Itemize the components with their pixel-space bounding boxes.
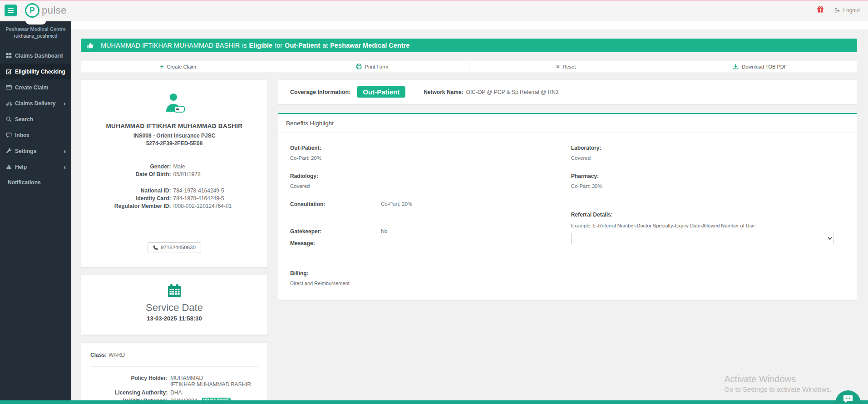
calendar-icon	[167, 284, 182, 298]
referral-select[interactable]	[571, 233, 834, 244]
print-form-button[interactable]: Print Form	[275, 61, 469, 72]
coverage-label: Coverage Information:	[290, 89, 350, 95]
chevron-left-icon: ‹	[64, 100, 66, 107]
network-value: OIC-OP @ PCP & Sp Referral @ RN3	[466, 89, 559, 95]
avatar	[25, 19, 46, 25]
topbar: P pulse Logout	[0, 0, 868, 21]
class-value: WARD	[108, 352, 125, 358]
phone-number: 971524450630	[161, 245, 196, 250]
billing-value: Direct and Reimbursement	[290, 281, 557, 286]
download-icon	[733, 64, 739, 69]
phone-icon	[153, 245, 158, 250]
chat-dots-icon	[843, 394, 853, 404]
benefits-title: Benefits Highlight	[278, 114, 857, 133]
thumbs-up-icon	[87, 42, 94, 49]
reset-button[interactable]: × Reset	[469, 61, 663, 72]
gift-icon[interactable]	[817, 6, 824, 15]
benefit-consultation: Consultation: Co-Part: 20%	[290, 201, 557, 207]
service-date-title: Service Date	[81, 302, 267, 314]
chevron-left-icon: ‹	[64, 148, 66, 155]
sidebar-item-notifications[interactable]: Notifications	[0, 175, 71, 186]
patient-insurer: INS008 - Orient Insurance PJSC	[89, 133, 259, 139]
benefit-out-patient: Out-Patient: Co-Part: 20%	[290, 145, 557, 161]
logo-p-icon: P	[25, 3, 39, 18]
breadcrumb-strip	[71, 21, 868, 30]
banner-eligible: Eligible	[249, 42, 273, 49]
logout-button[interactable]: Logout	[834, 7, 860, 14]
coverage-card: Coverage Information: Out-Patient Networ…	[278, 79, 857, 104]
close-icon: ×	[556, 64, 560, 69]
national-id-value: 784-1978-4164249-5	[173, 187, 261, 194]
app-logo: P pulse	[25, 3, 67, 18]
gatekeeper-value: No	[381, 228, 388, 235]
main-content: MUHAMMAD IFTIKHAR MUHAMMAD BASHIR is Eli…	[71, 21, 868, 400]
motorcycle-icon	[6, 100, 15, 106]
regulator-id-value: I008-002-120124764-01	[173, 203, 261, 209]
chevron-left-icon: ‹	[64, 163, 66, 171]
sidebar-item-search[interactable]: Search	[0, 111, 71, 127]
patient-name: MUHAMMAD IFTIKHAR MUHAMMAD BASHIR	[89, 123, 259, 129]
eligibility-banner: MUHAMMAD IFTIKHAR MUHAMMAD BASHIR is Eli…	[81, 39, 857, 52]
phone-button[interactable]: 971524450630	[148, 242, 201, 252]
sidebar-item-claims-delivery[interactable]: Claims Delivery ‹	[0, 95, 71, 111]
sidebar-toggle-button[interactable]	[5, 5, 17, 16]
create-claim-button[interactable]: + Create Claim	[81, 61, 275, 72]
plus-icon: +	[160, 64, 163, 70]
referral-example: Example: E-Referral Number-Doctor Specia…	[571, 223, 834, 228]
card-icon	[6, 84, 15, 90]
policy-card: Class:WARD Policy Holder:MUHAMMAD IFTIKH…	[81, 342, 268, 400]
chat-bubble-icon	[6, 132, 15, 138]
message-label: Message:	[290, 240, 557, 246]
sidebar-item-help[interactable]: Help ‹	[0, 159, 71, 175]
sidebar-item-claims-dashboard[interactable]: Claims Dashboard	[0, 48, 71, 64]
action-toolbar: + Create Claim Print Form × Reset Downlo…	[81, 61, 857, 72]
member-icon	[163, 93, 186, 114]
benefit-radiology: Radiology: Covered	[290, 173, 557, 189]
benefit-pharmacy: Pharmacy: Co-Part: 30%	[571, 173, 834, 189]
sidebar-item-settings[interactable]: Settings ‹	[0, 143, 71, 159]
sidebar-item-inbox[interactable]: Inbox	[0, 127, 71, 143]
loading-bar	[0, 0, 868, 1]
dob-value: 05/01/1978	[173, 171, 261, 177]
warning-triangle-icon	[6, 164, 15, 170]
policy-holder-value: MUHAMMAD IFTIKHAR.MUHAMMAD BASHIR.	[170, 375, 261, 388]
banner-coverage: Out-Patient	[285, 42, 320, 49]
grid-icon	[6, 53, 15, 59]
activate-windows-watermark: Activate Windows Go to Settings to activ…	[724, 374, 832, 393]
sidebar: Peshawar Medical Centre rukhsana_peshmcd…	[0, 21, 71, 400]
sidebar-item-create-claim[interactable]: Create Claim	[0, 79, 71, 95]
sidebar-nav: Claims Dashboard Eligibility Checking Cr…	[0, 48, 71, 186]
coverage-badge: Out-Patient	[357, 86, 405, 98]
identity-card-value: 784-1978-4164249-5	[173, 195, 261, 202]
sidebar-item-eligibility-checking[interactable]: Eligibility Checking	[0, 64, 71, 79]
search-icon	[6, 116, 15, 122]
service-date-value: 13-03-2025 11:58:30	[81, 315, 267, 322]
username: rukhsana_peshmcd	[0, 33, 71, 39]
download-tob-pdf-button[interactable]: Download TOB PDF	[663, 61, 857, 72]
referral-block: Referral Details: Example: E-Referral Nu…	[571, 212, 834, 244]
gatekeeper-block: Gatekeeper: No Message:	[290, 228, 557, 246]
sign-out-icon	[834, 8, 840, 14]
wrench-icon	[6, 148, 15, 154]
benefit-laboratory: Laboratory: Covered	[571, 145, 834, 161]
benefits-card: Benefits Highlight Out-Patient: Co-Part:…	[278, 113, 857, 300]
network-label: Network Name:	[424, 89, 463, 95]
banner-provider: Peshawar Medical Centre	[330, 42, 409, 49]
printer-icon	[356, 64, 362, 69]
footer-bar	[0, 400, 868, 404]
banner-name: MUHAMMAD IFTIKHAR MUHAMMAD BASHIR	[101, 42, 240, 49]
patient-card: MUHAMMAD IFTIKHAR MUHAMMAD BASHIR INS008…	[81, 79, 268, 267]
licensing-authority-value: DHA	[170, 389, 261, 396]
gender-value: Male	[173, 163, 261, 170]
logo-text: pulse	[42, 5, 67, 16]
check-square-icon	[6, 69, 15, 74]
policy-details: Policy Holder:MUHAMMAD IFTIKHAR.MUHAMMAD…	[90, 375, 258, 400]
patient-demographics: Gender:Male Date Of Birth:05/01/1978	[89, 163, 259, 177]
org-name: Peshawar Medical Centre	[0, 26, 71, 32]
patient-card-number: 5274-2F39-2FED-5E08	[89, 140, 259, 147]
billing-block: Billing: Direct and Reimbursement	[290, 270, 557, 286]
service-date-card: Service Date 13-03-2025 11:58:30	[81, 274, 268, 335]
patient-ids: National ID:784-1978-4164249-5 Identity …	[89, 187, 259, 209]
